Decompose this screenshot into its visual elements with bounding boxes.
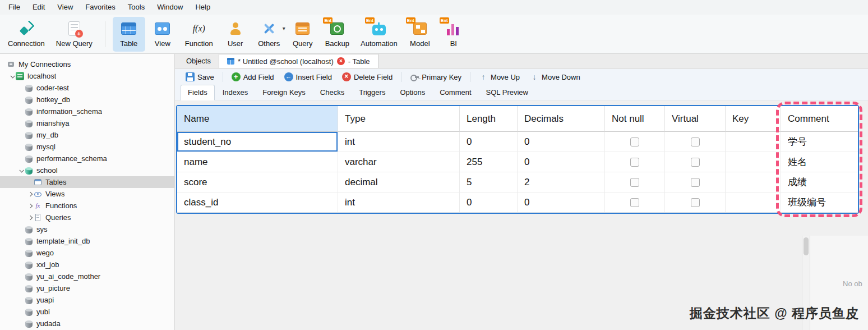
tree-item-my-db[interactable]: my_db xyxy=(0,129,174,141)
tree-item-information-schema[interactable]: information_schema xyxy=(0,106,174,117)
tab-fields[interactable]: Fields xyxy=(181,85,215,100)
field-length-cell[interactable]: 5 xyxy=(460,172,518,192)
tree-chevron-box[interactable] xyxy=(18,153,25,164)
column-header-key[interactable]: Key xyxy=(726,106,781,132)
tree-chevron-box[interactable] xyxy=(27,188,34,200)
save-button[interactable]: Save xyxy=(181,70,219,84)
menu-item-help[interactable]: Help xyxy=(189,0,216,15)
menu-item-favorites[interactable]: Favorites xyxy=(79,0,121,15)
tree-chevron-box[interactable] xyxy=(18,282,25,294)
tree-chevron-box[interactable] xyxy=(18,117,25,129)
menu-item-file[interactable]: File xyxy=(2,0,26,15)
tree-chevron-box[interactable] xyxy=(9,70,16,82)
bi-button[interactable]: Ent ▾ BI xyxy=(437,17,470,52)
not-null-checkbox[interactable] xyxy=(630,198,639,207)
field-name-cell[interactable]: student_no xyxy=(177,132,338,152)
model-button[interactable]: Ent ▾ Model xyxy=(404,17,436,52)
automation-button[interactable]: Ent ▾ Automation xyxy=(355,17,403,52)
tree-item-views[interactable]: Views xyxy=(0,188,174,200)
tree-item-yuapi[interactable]: yuapi xyxy=(0,294,174,306)
tree-chevron-box[interactable] xyxy=(18,141,25,153)
backup-button[interactable]: Ent ▾ Backup xyxy=(320,17,354,52)
tree-chevron-box[interactable] xyxy=(18,259,25,271)
column-header-type[interactable]: Type xyxy=(338,106,460,132)
tree-item-performance-schema[interactable]: performance_schema xyxy=(0,153,174,164)
column-header-length[interactable]: Length xyxy=(460,106,518,132)
virtual-checkbox[interactable] xyxy=(691,178,700,187)
tab-objects[interactable]: Objects xyxy=(178,54,219,68)
tree-item-school[interactable]: school xyxy=(0,164,174,176)
tree-item-template-init-db[interactable]: template_init_db xyxy=(0,235,174,247)
tab-indexes[interactable]: Indexes xyxy=(216,85,255,100)
tree-chevron-box[interactable] xyxy=(18,306,25,318)
tree-item-my-connections[interactable]: My Connections xyxy=(0,58,174,70)
add-field-button[interactable]: Add Field xyxy=(227,70,279,84)
field-length-cell[interactable]: 255 xyxy=(460,152,518,172)
tab-comment[interactable]: Comment xyxy=(433,85,478,100)
tree-item-yu-ai-code-mother[interactable]: yu_ai_code_mother xyxy=(0,271,174,282)
tree-item-mianshiya[interactable]: mianshiya xyxy=(0,117,174,129)
column-header-virtual[interactable]: Virtual xyxy=(665,106,726,132)
virtual-checkbox[interactable] xyxy=(691,158,700,167)
field-type-cell[interactable]: decimal xyxy=(338,172,460,192)
field-length-cell[interactable]: 0 xyxy=(460,192,518,213)
field-comment-cell[interactable]: 班级编号 xyxy=(781,192,858,213)
field-name-cell[interactable]: score xyxy=(177,172,338,192)
view-button[interactable]: ▾ View xyxy=(146,17,179,52)
field-decimals-cell[interactable]: 2 xyxy=(518,172,605,192)
field-key-cell[interactable] xyxy=(726,192,781,213)
tab-options[interactable]: Options xyxy=(393,85,432,100)
delete-field-button[interactable]: Delete Field xyxy=(337,70,398,84)
column-header-decimals[interactable]: Decimals xyxy=(518,106,605,132)
tree-item-tables[interactable]: Tables xyxy=(0,176,174,188)
new-query-button[interactable]: ▾ New Query xyxy=(51,17,98,52)
tree-chevron-box[interactable] xyxy=(18,271,25,282)
tree-chevron-box[interactable] xyxy=(18,294,25,306)
field-length-cell[interactable]: 0 xyxy=(460,132,518,152)
tree-chevron-box[interactable] xyxy=(27,212,34,223)
tree-chevron-box[interactable] xyxy=(18,247,25,259)
user-button[interactable]: ▾ User xyxy=(219,17,252,52)
field-type-cell[interactable]: varchar xyxy=(338,152,460,172)
tab-untitled-table[interactable]: * Untitled @school (localhost) - Table xyxy=(219,54,378,68)
scrollbar-thumb[interactable] xyxy=(804,237,809,255)
tree-item-localhost[interactable]: localhost xyxy=(0,70,174,82)
tree-item-xxl-job[interactable]: xxl_job xyxy=(0,259,174,271)
query-button[interactable]: ▾ Query xyxy=(287,17,319,52)
tree-chevron-box[interactable] xyxy=(18,318,25,329)
field-comment-cell[interactable]: 姓名 xyxy=(781,152,858,172)
column-header-comment[interactable]: Comment xyxy=(781,106,858,132)
connection-button[interactable]: ▾ Connection xyxy=(3,17,50,52)
menu-item-window[interactable]: Window xyxy=(151,0,189,15)
field-type-cell[interactable]: int xyxy=(338,132,460,152)
tree-item-mysql[interactable]: mysql xyxy=(0,141,174,153)
field-key-cell[interactable] xyxy=(726,172,781,192)
tree-chevron-box[interactable] xyxy=(18,223,25,235)
table-button[interactable]: ▾ Table xyxy=(113,17,145,52)
tree-item-hotkey-db[interactable]: hotkey_db xyxy=(0,94,174,106)
column-header-not-null[interactable]: Not null xyxy=(605,106,665,132)
primary-key-button[interactable]: Primary Key xyxy=(405,70,467,84)
tree-item-queries[interactable]: Queries xyxy=(0,212,174,223)
not-null-checkbox[interactable] xyxy=(630,158,639,167)
field-key-cell[interactable] xyxy=(726,132,781,152)
menu-item-tools[interactable]: Tools xyxy=(122,0,151,15)
tab-checks[interactable]: Checks xyxy=(313,85,351,100)
virtual-checkbox[interactable] xyxy=(691,138,700,146)
tree-chevron-box[interactable] xyxy=(18,82,25,94)
menu-item-edit[interactable]: Edit xyxy=(26,0,51,15)
field-name-cell[interactable]: name xyxy=(177,152,338,172)
tree-chevron-box[interactable] xyxy=(27,200,34,212)
tab-sql-preview[interactable]: SQL Preview xyxy=(479,85,535,100)
field-comment-cell[interactable]: 学号 xyxy=(781,132,858,152)
tree-chevron-box[interactable] xyxy=(18,129,25,141)
move-down-button[interactable]: Move Down xyxy=(525,70,585,84)
chevron-down-icon[interactable]: ▾ xyxy=(283,25,285,31)
tree-item-coder-test[interactable]: coder-test xyxy=(0,82,174,94)
tree-item-yu-picture[interactable]: yu_picture xyxy=(0,282,174,294)
insert-field-button[interactable]: Insert Field xyxy=(279,70,337,84)
tree-chevron-box[interactable] xyxy=(18,94,25,106)
column-header-name[interactable]: Name xyxy=(177,106,338,132)
others-button[interactable]: ▾ Others xyxy=(253,17,285,52)
field-comment-cell[interactable]: 成绩 xyxy=(781,172,858,192)
